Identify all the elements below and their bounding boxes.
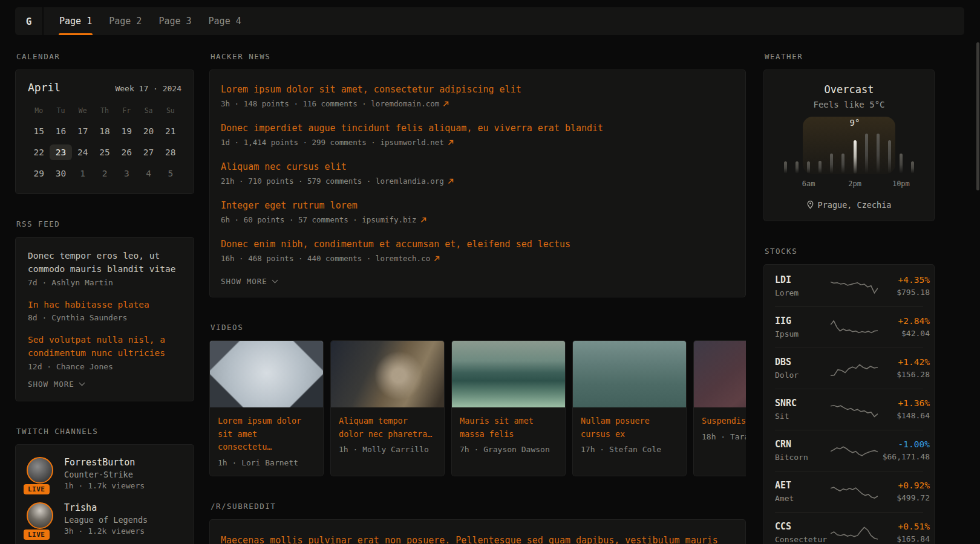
stock-values: +0.51%$165.84 [878,522,930,543]
calendar-day: 21 [160,123,181,139]
hackernews-item-title[interactable]: Donec enim nibh, condimentum et accumsan… [221,238,734,251]
hackernews-show-more-button[interactable]: SHOW MORE [221,277,734,286]
twitch-channel-row[interactable]: LIVEForrestBurtonCounter-Strike1h · 1.7k… [27,457,183,490]
video-title[interactable]: Mauris sit amet massa felis [460,415,557,441]
weather-bar-column [861,134,872,173]
weather-bar [841,154,844,173]
subreddit-post-title[interactable]: Maecenas mollis pulvinar erat non posuer… [221,533,734,544]
stock-name: Ipsum [775,329,831,338]
video-card[interactable]: Suspendisse diam18h · Tara [693,340,746,476]
scrollbar-thumb[interactable] [976,42,979,190]
calendar-day: 22 [28,144,50,160]
stock-ticker: AET [775,480,831,491]
video-meta: 7h · Grayson Dawson [460,445,557,454]
stock-sparkline-wrap [831,440,878,461]
stock-row[interactable]: CRNBitcorn-1.00%$66,171.48 [775,430,923,471]
avatar [27,502,53,529]
rss-item-title[interactable]: In hac habitasse platea [28,299,181,312]
stock-row[interactable]: DBSDolor+1.42%$156.28 [775,348,923,389]
video-title[interactable]: Aliquam tempor dolor nec pharetra… [339,415,436,441]
tab-page-4[interactable]: Page 4 [200,7,250,35]
calendar-day: 29 [28,166,50,181]
stock-name: Sit [775,412,831,421]
stock-ticker: CCS [775,521,831,532]
left-column: CALENDAR April Week 17 · 2024 MoTuWeThFr… [15,52,194,544]
hackernews-item-meta: 6h · 60 points · 57 comments · ipsumify.… [221,215,734,224]
calendar-day: 20 [137,123,159,139]
tab-page-3[interactable]: Page 3 [150,7,200,35]
twitch-channel-meta: 1h · 1.7k viewers [64,481,145,490]
calendar-day: 27 [137,144,159,160]
calendar-header: April Week 17 · 2024 [28,81,181,94]
stock-price: $148.64 [878,411,930,420]
hackernews-list: Lorem ipsum dolor sit amet, consectetur … [221,83,734,263]
hackernews-item-title[interactable]: Integer eget rutrum lorem [221,199,734,212]
rss-item-title[interactable]: Sed volutpat nulla nisl, a condimentum n… [28,334,181,360]
calendar-day: 19 [116,123,137,139]
calendar-day: 24 [72,144,94,160]
stock-price: $156.28 [878,370,930,379]
calendar-section: CALENDAR April Week 17 · 2024 MoTuWeThFr… [15,52,194,194]
stock-values: -1.00%$66,171.48 [878,439,930,461]
section-label-twitch: TWITCH CHANNELS [16,427,194,436]
weather-bar [888,140,891,173]
stock-row[interactable]: CCSConsectetur+0.51%$165.84 [775,512,923,544]
stock-row[interactable]: AETAmet+0.92%$499.72 [775,471,923,512]
twitch-channel-name[interactable]: ForrestBurton [64,457,145,468]
video-thumbnail [694,341,746,407]
stock-name: Bitcorn [775,453,831,462]
calendar-day: 16 [50,123,71,139]
current-temperature-label: 9° [850,118,860,128]
tab-page-2[interactable]: Page 2 [100,7,150,35]
hackernews-item-title[interactable]: Lorem ipsum dolor sit amet, consectetur … [221,83,734,96]
stock-identity: AETAmet [775,480,831,503]
external-link-icon [448,178,454,184]
subreddit-post: Maecenas mollis pulvinar erat non posuer… [221,533,734,544]
hackernews-item-title[interactable]: Donec imperdiet augue tincidunt felis al… [221,122,734,135]
weather-bar [795,161,799,173]
stock-change: +1.36% [878,398,930,408]
rss-item: In hac habitasse platea8d · Cynthia Saun… [28,299,181,323]
video-card[interactable]: Mauris sit amet massa felis7h · Grayson … [451,340,566,476]
calendar-day: 3 [116,166,137,181]
rss-show-more-button[interactable]: SHOW MORE [28,380,181,389]
location-label: Prague, Czechia [818,200,892,210]
weather-bar [911,161,914,173]
weather-bar-column [849,140,861,173]
twitch-channel-row[interactable]: LIVETrishaLeague of Legends3h · 1.2k vie… [27,502,183,536]
video-thumbnail [331,341,444,407]
calendar-week-year: Week 17 · 2024 [115,84,181,93]
video-title[interactable]: Lorem ipsum dolor sit amet consectetu… [218,415,315,454]
rss-item: Sed volutpat nulla nisl, a condimentum n… [28,334,181,371]
live-badge: LIVE [24,529,50,540]
rss-section: RSS FEED Donec tempor eros leo, ut commo… [15,219,194,401]
video-title[interactable]: Suspendisse diam [702,415,746,428]
weather-bar [877,134,880,173]
rss-list: Donec tempor eros leo, ut commodo mauris… [28,250,181,371]
app-logo[interactable]: G [15,7,44,35]
stock-row[interactable]: SNRCSit+1.36%$148.64 [775,389,923,430]
tab-page-1[interactable]: Page 1 [51,7,100,35]
video-card[interactable]: Aliquam tempor dolor nec pharetra…1h · M… [330,340,445,476]
stock-row[interactable]: LDILorem+4.35%$795.18 [775,266,923,306]
weather-time-label: 2pm [848,180,861,188]
video-title[interactable]: Nullam posuere cursus ex [581,415,678,441]
twitch-channel-name[interactable]: Trisha [64,502,148,513]
weather-section: WEATHER Overcast Feels like 5°C 9° 6am2p… [763,52,935,221]
twitch-channel-game: League of Legends [64,515,148,525]
stock-sparkline-wrap [831,276,878,296]
section-label-calendar: CALENDAR [16,52,194,61]
stock-ticker: CRN [775,439,831,450]
video-meta: 1h · Lori Barnett [218,458,315,467]
stock-price: $165.84 [878,534,930,543]
video-card[interactable]: Nullam posuere cursus ex17h · Stefan Col… [572,340,687,476]
video-thumbnail [210,341,323,407]
hackernews-item-title[interactable]: Aliquam nec cursus elit [221,161,734,173]
weather-feels-like: Feels like 5°C [775,100,923,109]
video-card[interactable]: Lorem ipsum dolor sit amet consectetu…1h… [209,340,324,476]
stock-row[interactable]: IIGIpsum+2.84%$42.04 [775,306,923,348]
rss-item-title[interactable]: Donec tempor eros leo, ut commodo mauris… [28,250,181,276]
weather-bar [818,161,822,173]
hackernews-item-meta-text: 1d · 1,414 points · 299 comments · ipsum… [221,138,444,147]
stock-name: Amet [775,494,831,503]
